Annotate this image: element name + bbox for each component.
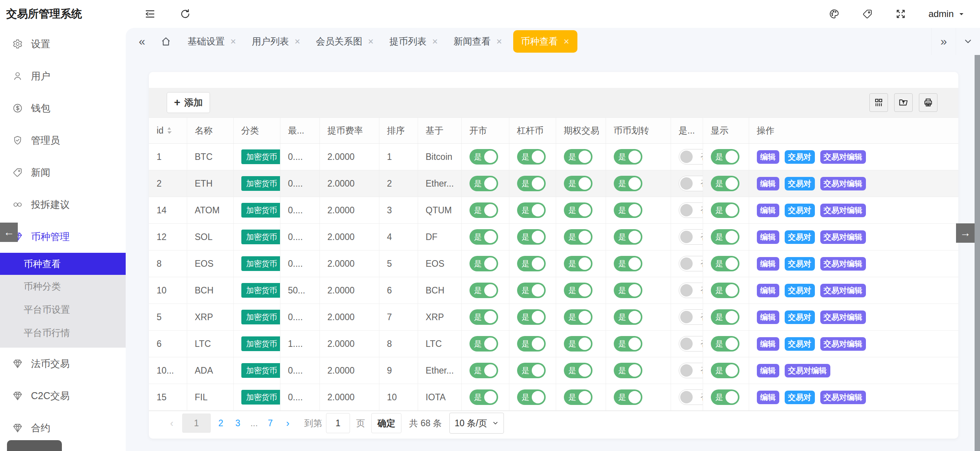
toggle-off[interactable]: 否 [679,363,703,378]
toggle-on[interactable]: 是 [614,336,642,352]
toggle-on[interactable]: 是 [564,309,592,325]
toggle-on[interactable]: 是 [711,283,739,298]
tabs-menu-icon[interactable] [956,28,980,55]
action-button-编辑[interactable]: 编辑 [757,204,779,217]
toggle-on[interactable]: 是 [517,336,546,352]
toggle-on[interactable]: 是 [564,283,592,298]
toggle-on[interactable]: 是 [614,149,642,165]
page-size-select[interactable]: 10 条/页 [449,413,504,434]
toggle-off[interactable]: 否 [679,229,703,245]
close-icon[interactable]: ✕ [432,37,438,46]
toggle-on[interactable]: 是 [711,229,739,245]
toggle-on[interactable]: 是 [614,283,642,298]
sidebar-item-投拆建议[interactable]: 投拆建议 [0,189,126,221]
toggle-off[interactable]: 否 [679,283,703,298]
action-button-编辑[interactable]: 编辑 [757,150,779,164]
toggle-on[interactable]: 是 [564,176,592,191]
toggle-on[interactable]: 是 [711,309,739,325]
sidebar-item-钱包[interactable]: 钱包 [0,92,126,124]
action-button-交易对编辑[interactable]: 交易对编辑 [820,150,866,164]
toggle-on[interactable]: 是 [614,176,642,191]
action-button-交易对编辑[interactable]: 交易对编辑 [820,177,866,190]
sidebar-subitem-币种查看[interactable]: 币种查看 [0,253,126,275]
action-button-编辑[interactable]: 编辑 [757,310,779,324]
toggle-on[interactable]: 是 [711,149,739,165]
toggle-on[interactable]: 是 [517,149,546,165]
tab-用户列表[interactable]: 用户列表✕ [244,28,308,55]
toggle-on[interactable]: 是 [614,389,642,405]
confirm-button[interactable]: 确定 [371,413,401,433]
toggle-on[interactable]: 是 [564,229,592,245]
toggle-on[interactable]: 是 [614,309,642,325]
goto-page-input[interactable] [326,413,350,433]
tabs-scroll-left-icon[interactable]: « [130,28,154,55]
toggle-on[interactable]: 是 [517,256,546,271]
action-button-交易对[interactable]: 交易对 [785,230,815,244]
sidebar-subitem-平台币行情[interactable]: 平台币行情 [0,321,126,345]
action-button-交易对编辑[interactable]: 交易对编辑 [820,337,866,351]
toggle-on[interactable]: 是 [517,309,546,325]
toggle-on[interactable]: 是 [470,229,498,245]
prev-page-icon[interactable]: ‹ [163,417,181,429]
close-icon[interactable]: ✕ [496,37,502,46]
toggle-on[interactable]: 是 [470,336,498,352]
refresh-icon[interactable] [180,9,191,19]
page-number[interactable]: 2 [212,418,229,429]
toggle-on[interactable]: 是 [517,389,546,405]
tab-提币列表[interactable]: 提币列表✕ [382,28,446,55]
action-button-交易对编辑[interactable]: 交易对编辑 [820,310,866,324]
toggle-on[interactable]: 是 [564,202,592,218]
action-button-编辑[interactable]: 编辑 [757,364,779,377]
toggle-off[interactable]: 否 [679,149,703,165]
toggle-on[interactable]: 是 [711,202,739,218]
action-button-交易对[interactable]: 交易对 [785,150,815,164]
toggle-on[interactable]: 是 [517,363,546,378]
print-icon[interactable] [919,93,937,112]
sidebar-item-新闻[interactable]: 新闻 [0,156,126,189]
action-button-交易对编辑[interactable]: 交易对编辑 [820,230,866,244]
action-button-编辑[interactable]: 编辑 [757,230,779,244]
close-icon[interactable]: ✕ [230,37,236,46]
sidebar-item-设置[interactable]: 设置 [0,28,126,60]
toggle-on[interactable]: 是 [517,229,546,245]
toggle-on[interactable]: 是 [614,229,642,245]
page-number[interactable]: 7 [262,418,279,429]
action-button-编辑[interactable]: 编辑 [757,284,779,297]
user-menu[interactable]: admin [929,9,965,19]
toggle-on[interactable]: 是 [564,149,592,165]
tab-基础设置[interactable]: 基础设置✕ [180,28,244,55]
action-button-交易对编辑[interactable]: 交易对编辑 [785,364,830,377]
column-header-id[interactable]: id [149,118,187,144]
sidebar-item-法币交易[interactable]: 法币交易 [0,348,126,380]
sidebar-subitem-币种分类[interactable]: 币种分类 [0,275,126,298]
toggle-off[interactable]: 否 [679,309,703,325]
sidebar-item-管理员[interactable]: 管理员 [0,124,126,156]
toggle-on[interactable]: 是 [614,256,642,271]
action-button-交易对[interactable]: 交易对 [785,284,815,297]
expand-right-handle[interactable]: → [956,223,975,243]
collapse-left-handle[interactable]: ← [0,223,18,242]
sidebar-subitem-平台币设置[interactable]: 平台币设置 [0,298,126,321]
action-button-交易对编辑[interactable]: 交易对编辑 [820,284,866,297]
toggle-on[interactable]: 是 [711,363,739,378]
toggle-on[interactable]: 是 [470,389,498,405]
toggle-on[interactable]: 是 [711,389,739,405]
toggle-on[interactable]: 是 [470,283,498,298]
close-icon[interactable]: ✕ [563,37,570,46]
toggle-on[interactable]: 是 [470,309,498,325]
page-number[interactable]: 3 [229,418,246,429]
fullscreen-icon[interactable] [895,9,906,19]
toggle-on[interactable]: 是 [564,363,592,378]
sidebar-item-币种管理[interactable]: 币种管理 [0,221,126,253]
toggle-on[interactable]: 是 [517,202,546,218]
sidebar-item-合约[interactable]: 合约 [0,412,126,444]
action-button-交易对[interactable]: 交易对 [785,310,815,324]
action-button-交易对编辑[interactable]: 交易对编辑 [820,204,866,217]
sidebar-item-用户[interactable]: 用户 [0,60,126,92]
action-button-编辑[interactable]: 编辑 [757,391,779,404]
toggle-on[interactable]: 是 [564,336,592,352]
toggle-on[interactable]: 是 [517,283,546,298]
toggle-on[interactable]: 是 [564,389,592,405]
toggle-on[interactable]: 是 [517,176,546,191]
next-page-icon[interactable]: › [279,417,297,429]
